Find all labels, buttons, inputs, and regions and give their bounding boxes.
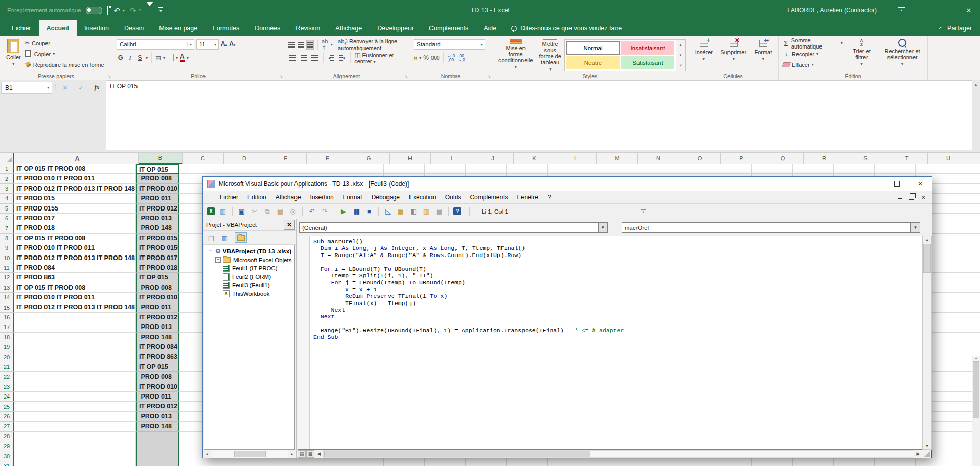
grid-cell[interactable] [220, 164, 261, 174]
grid-cell[interactable] [14, 362, 136, 372]
tab-aide[interactable]: Aide [476, 20, 504, 36]
row-header-20[interactable]: 20 [0, 352, 14, 362]
properties-window-icon[interactable]: ◧ [409, 207, 418, 216]
dialog-launcher-icon[interactable]: ↘ [107, 74, 111, 79]
grid-cell[interactable] [14, 402, 136, 411]
filter-icon[interactable] [146, 7, 153, 14]
grid-cell[interactable] [14, 412, 136, 422]
grid-cell[interactable]: IT PROD 084 [14, 263, 136, 273]
full-module-view-icon[interactable]: ▦ [306, 450, 314, 458]
increase-decimal-icon[interactable]: ←,0,00 [447, 54, 455, 62]
percent-style-button[interactable]: % [423, 54, 429, 61]
scrollbar-thumb[interactable] [973, 361, 979, 418]
align-bottom-icon[interactable] [306, 40, 314, 50]
number-format-combo[interactable]: Standard▾ [414, 39, 485, 50]
child-minimize-icon[interactable] [898, 195, 902, 199]
help-icon[interactable]: ? [453, 207, 461, 215]
grid-cell[interactable] [384, 461, 425, 466]
vertical-scrollbar[interactable]: ▴ [972, 356, 980, 466]
project-horizontal-scrollbar[interactable]: ◂ ▸ [203, 450, 296, 458]
grid-cell[interactable]: IT PROD 012 IT PROD 013 IT PROD 148 [14, 184, 136, 194]
column-header-M[interactable]: M [597, 153, 638, 164]
row-header-16[interactable]: 16 [0, 313, 14, 322]
clear-button[interactable]: Effacer ▾ [782, 59, 844, 70]
grid-cell[interactable]: IT OP 015 [136, 362, 179, 372]
grid-cell[interactable]: PROD 148 [136, 333, 179, 342]
wrap-text-button[interactable]: ab⤸ Renvoyer à la ligne automatiquement [338, 38, 406, 51]
grid-cell[interactable] [302, 461, 343, 466]
copy-button[interactable]: Copier ▾ [24, 49, 105, 59]
row-header-17[interactable]: 17 [0, 322, 14, 332]
grid-cell[interactable]: PROD 148 [136, 223, 179, 233]
grid-cell[interactable]: IT OP 015 IT PROD 008 [14, 234, 136, 243]
grid-cell[interactable] [834, 164, 875, 174]
column-header-P[interactable]: P [721, 153, 762, 164]
vba-menu-fichier[interactable]: Fichier [215, 192, 243, 202]
column-header-S[interactable]: S [845, 153, 886, 164]
row-header-1[interactable]: 1 [0, 164, 14, 174]
grid-cell[interactable] [507, 164, 548, 174]
grid-cell[interactable]: IT PROD 010 [136, 382, 179, 392]
paste-button[interactable]: Coller ▾ [3, 38, 24, 70]
grid-cell[interactable] [629, 164, 670, 174]
cell-style-normal[interactable]: Normal [566, 41, 620, 55]
collapse-formula-bar-icon[interactable]: ▴ [973, 82, 979, 87]
grid-cell[interactable]: IT PROD 012 IT PROD 013 IT PROD 148 [14, 302, 136, 312]
dialog-launcher-icon[interactable]: ↘ [279, 74, 283, 79]
column-header-D[interactable]: D [224, 153, 265, 164]
grid-cell[interactable]: PROD 008 [136, 283, 179, 293]
font-color-button[interactable]: A [180, 54, 185, 62]
scroll-up-icon[interactable]: ▲ [925, 236, 929, 243]
grid-cell[interactable] [466, 461, 507, 466]
row-header-26[interactable]: 26 [0, 412, 14, 422]
collapse-icon[interactable]: − [208, 249, 213, 254]
tree-item-feuil1-it-proc-[interactable]: Feuil1 (IT PROC) [204, 264, 294, 273]
row-header-29[interactable]: 29 [0, 441, 14, 451]
scroll-left-icon[interactable]: ◀ [315, 451, 323, 456]
tab-developpeur[interactable]: Développeur [370, 20, 421, 36]
active-cell-B1[interactable]: IT OP 015 [136, 164, 179, 174]
object-browser-icon[interactable]: ▤ [435, 207, 444, 216]
sort-filter-button[interactable]: AZ Trier et filtrer▾ [844, 38, 879, 72]
restore-button[interactable] [935, 0, 958, 20]
code-vertical-scrollbar[interactable]: ▲ ▼ [922, 236, 932, 450]
grid-cell[interactable]: IT PROD 010 [136, 293, 179, 302]
ribbon-display-options-icon[interactable]: ▴ [890, 0, 913, 20]
grid-cell[interactable]: IT PROD 0155 [136, 243, 179, 253]
vba-menu-insertion[interactable]: Insertion [306, 192, 338, 202]
break-icon[interactable]: ▮▮ [352, 207, 361, 216]
fill-color-button[interactable] [173, 55, 174, 61]
tab-complements[interactable]: Compléments [421, 20, 476, 36]
grid-cell[interactable] [711, 164, 752, 174]
column-header-C[interactable]: C [183, 153, 224, 164]
row-header-30[interactable]: 30 [0, 451, 14, 461]
scroll-right-icon[interactable]: ▶ [914, 451, 922, 456]
grid-cell[interactable] [875, 461, 916, 466]
collapse-icon[interactable]: − [215, 257, 221, 263]
row-header-23[interactable]: 23 [0, 382, 14, 392]
grid-cell[interactable] [179, 461, 220, 466]
tab-affichage[interactable]: Affichage [328, 20, 370, 36]
grid-cell[interactable]: PROD 008 [136, 372, 179, 382]
insert-function-icon[interactable]: fx [95, 84, 100, 91]
grid-cell[interactable] [302, 164, 343, 174]
grid-cell[interactable]: IT PROD 017 [14, 214, 136, 223]
grid-cell[interactable] [136, 432, 179, 441]
code-margin[interactable] [298, 236, 310, 449]
grid-cell[interactable]: IT PROD 015 [14, 194, 136, 203]
child-close-icon[interactable]: ✕ [921, 195, 926, 200]
grid-cell[interactable]: PROD 011 [136, 392, 179, 402]
grid-cell[interactable] [548, 461, 588, 466]
grid-cell[interactable] [261, 461, 302, 466]
view-object-icon[interactable]: ▥ [219, 232, 231, 243]
row-header-12[interactable]: 12 [0, 273, 14, 283]
save-icon[interactable]: ▣ [237, 207, 246, 216]
column-header-B[interactable]: B [139, 153, 183, 164]
insert-cells-button[interactable]: + Insérer▾ [692, 38, 716, 72]
column-header-U[interactable]: U [928, 153, 969, 164]
orientation-icon[interactable]: ab↗ [322, 38, 329, 51]
project-panel-close-icon[interactable]: ✕ [284, 220, 295, 230]
grid-cell[interactable]: PROD 011 [136, 302, 179, 312]
align-center-icon[interactable] [300, 53, 309, 63]
vba-menu--[interactable]: ? [543, 192, 556, 202]
